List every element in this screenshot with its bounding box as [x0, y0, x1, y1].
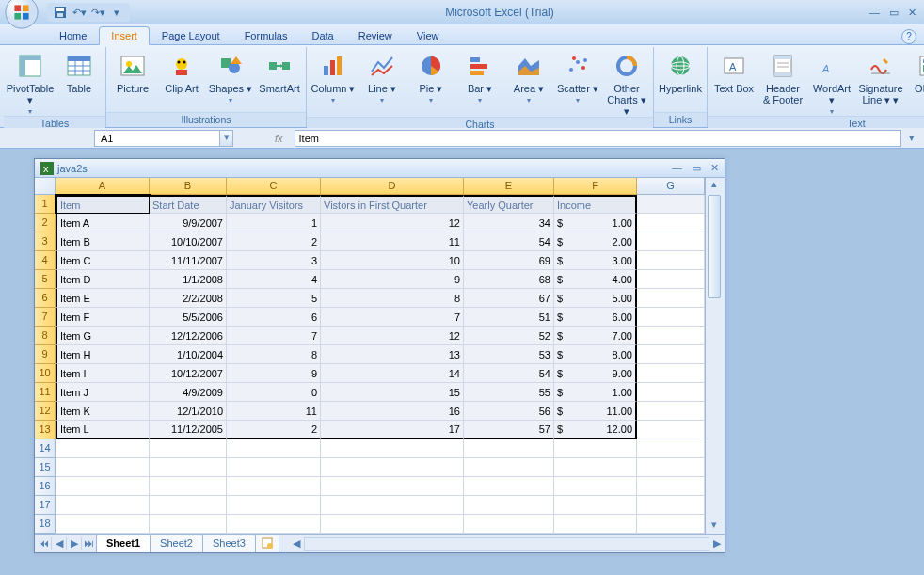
sheet-tab-sheet1[interactable]: Sheet1: [96, 535, 151, 552]
row-header-10[interactable]: 10: [35, 364, 56, 383]
cell-F2[interactable]: $1.00: [554, 214, 637, 232]
cell-G10[interactable]: [637, 364, 705, 383]
cell-D16[interactable]: [321, 477, 464, 496]
cell-G3[interactable]: [637, 232, 705, 251]
tab-page-layout[interactable]: Page Layout: [150, 26, 232, 44]
cell-C6[interactable]: 5: [227, 289, 321, 308]
cell-A6[interactable]: Item E: [56, 289, 150, 308]
cell-A8[interactable]: Item G: [56, 327, 150, 345]
sheet-tab-sheet2[interactable]: Sheet2: [150, 535, 203, 552]
header-footer-button[interactable]: Header& Footer: [760, 49, 805, 105]
cell-D12[interactable]: 16: [321, 402, 464, 421]
row-header-13[interactable]: 13: [35, 421, 56, 439]
object-button[interactable]: Object: [907, 49, 924, 94]
tab-insert[interactable]: Insert: [99, 26, 150, 45]
cell-F9[interactable]: $8.00: [554, 345, 637, 364]
row-header-6[interactable]: 6: [35, 289, 56, 308]
wb-restore-button[interactable]: ▭: [692, 162, 701, 174]
cell-D17[interactable]: [321, 496, 464, 515]
row-header-11[interactable]: 11: [35, 383, 56, 402]
formula-input[interactable]: Item: [295, 130, 901, 147]
cell-F11[interactable]: $1.00: [554, 383, 637, 402]
scatter-button[interactable]: Scatter▾: [555, 49, 600, 104]
col-header-D[interactable]: D: [321, 178, 464, 195]
cell-E10[interactable]: 54: [464, 364, 554, 383]
tab-home[interactable]: Home: [47, 26, 99, 44]
cell-G8[interactable]: [637, 327, 705, 345]
row-header-16[interactable]: 16: [35, 477, 56, 496]
bar-button[interactable]: Bar▾: [457, 49, 502, 104]
horizontal-scrollbar[interactable]: ◀▶: [289, 537, 725, 551]
cell-A11[interactable]: Item J: [56, 383, 150, 402]
cell-E6[interactable]: 67: [464, 289, 554, 308]
col-header-C[interactable]: C: [227, 178, 321, 195]
cell-D18[interactable]: [321, 515, 464, 534]
smartart-button[interactable]: SmartArt: [257, 49, 302, 94]
cell-C8[interactable]: 7: [227, 327, 321, 345]
table-button[interactable]: Table: [56, 49, 102, 94]
pie-button[interactable]: Pie▾: [408, 49, 454, 104]
cell-C4[interactable]: 3: [227, 251, 321, 270]
row-header-4[interactable]: 4: [35, 251, 56, 270]
name-box-dropdown-icon[interactable]: ▾: [219, 131, 232, 146]
redo-icon[interactable]: ↷▾: [90, 5, 105, 20]
cell-A12[interactable]: Item K: [56, 402, 150, 421]
cell-B14[interactable]: [150, 439, 227, 458]
cell-F15[interactable]: [554, 458, 637, 477]
cell-C1[interactable]: January Visitors: [227, 195, 321, 214]
cell-B8[interactable]: 12/12/2006: [150, 327, 227, 345]
cell-B10[interactable]: 10/12/2007: [150, 364, 227, 383]
cell-E4[interactable]: 69: [464, 251, 554, 270]
cell-E9[interactable]: 53: [464, 345, 554, 364]
cell-D1[interactable]: Vistors in First Quarter: [321, 195, 464, 214]
line-button[interactable]: Line▾: [359, 49, 405, 104]
area-button[interactable]: Area▾: [506, 49, 551, 104]
wordart-button[interactable]: AWordArt▾: [809, 49, 854, 116]
cell-B1[interactable]: Start Date: [150, 195, 227, 214]
cell-A18[interactable]: [56, 515, 150, 534]
cell-B13[interactable]: 11/12/2005: [150, 421, 227, 439]
cell-G12[interactable]: [637, 402, 705, 421]
sheet-tab-sheet3[interactable]: Sheet3: [202, 535, 256, 552]
row-header-5[interactable]: 5: [35, 270, 56, 289]
cell-D7[interactable]: 7: [321, 308, 464, 327]
cell-E8[interactable]: 52: [464, 327, 554, 345]
cell-D2[interactable]: 12: [321, 214, 464, 232]
close-button[interactable]: ✕: [908, 7, 916, 19]
cell-D10[interactable]: 14: [321, 364, 464, 383]
cell-B7[interactable]: 5/5/2006: [150, 308, 227, 327]
last-sheet-button[interactable]: ⏭: [82, 537, 97, 550]
cell-A4[interactable]: Item C: [56, 251, 150, 270]
tab-formulas[interactable]: Formulas: [232, 26, 300, 44]
select-all-button[interactable]: [35, 178, 56, 195]
cell-D13[interactable]: 17: [321, 421, 464, 439]
cell-C13[interactable]: 2: [227, 421, 321, 439]
cell-F18[interactable]: [554, 515, 637, 534]
tab-review[interactable]: Review: [346, 26, 405, 44]
cell-G5[interactable]: [637, 270, 705, 289]
cell-C16[interactable]: [227, 477, 321, 496]
col-header-A[interactable]: A: [56, 178, 150, 195]
office-button[interactable]: [4, 0, 41, 32]
cell-A9[interactable]: Item H: [56, 345, 150, 364]
cell-G17[interactable]: [637, 496, 705, 515]
cell-D3[interactable]: 11: [321, 232, 464, 251]
cell-G13[interactable]: [637, 421, 705, 439]
cell-E13[interactable]: 57: [464, 421, 554, 439]
cell-C12[interactable]: 11: [227, 402, 321, 421]
formula-expand-icon[interactable]: ▾: [905, 132, 918, 144]
cell-B18[interactable]: [150, 515, 227, 534]
cell-C10[interactable]: 9: [227, 364, 321, 383]
tab-data[interactable]: Data: [299, 26, 345, 44]
undo-icon[interactable]: ↶▾: [72, 5, 87, 20]
cell-C9[interactable]: 8: [227, 345, 321, 364]
cell-G9[interactable]: [637, 345, 705, 364]
cell-E15[interactable]: [464, 458, 554, 477]
next-sheet-button[interactable]: ▶: [67, 537, 82, 550]
text-box-button[interactable]: AText Box: [711, 49, 757, 94]
help-button[interactable]: ?: [901, 29, 916, 44]
cell-C5[interactable]: 4: [227, 270, 321, 289]
cell-B16[interactable]: [150, 477, 227, 496]
name-box[interactable]: A1 ▾: [94, 130, 233, 147]
cell-C14[interactable]: [227, 439, 321, 458]
